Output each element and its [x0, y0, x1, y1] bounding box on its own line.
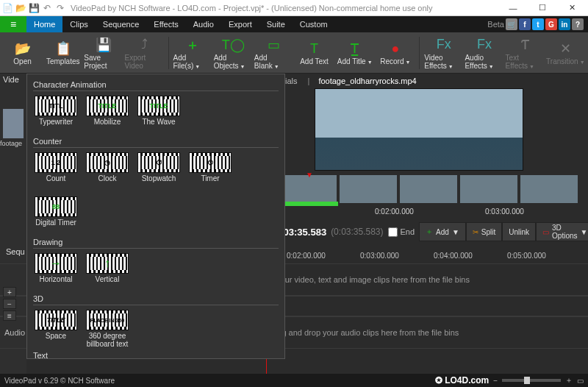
save-icon: 💾: [96, 36, 112, 54]
text-effects-button[interactable]: ƬText Effects▼: [506, 34, 545, 72]
playhead-marker-icon[interactable]: ▼: [306, 171, 313, 179]
qat-undo-icon[interactable]: ↶: [41, 2, 53, 14]
bin-file-thumbnail[interactable]: [3, 109, 24, 138]
qat-redo-icon[interactable]: ↷: [54, 2, 66, 14]
open-button[interactable]: 📂Open: [3, 34, 42, 72]
title-360-billboard[interactable]: PLACE IN 360360 degree billboard text: [85, 310, 130, 348]
bin-tab-video[interactable]: Vide: [3, 75, 19, 84]
zoom-in-button[interactable]: ＋: [565, 375, 573, 386]
add-files-icon: ＋: [186, 36, 199, 54]
tab-custom[interactable]: Custom: [293, 16, 335, 32]
record-icon: ●: [391, 40, 399, 57]
ribbon-toolbar: 📂Open 📋Templates 💾Save Project ⤴Export V…: [0, 32, 588, 74]
preview-add-button[interactable]: ＋Add▼: [419, 222, 466, 241]
title-typewriter[interactable]: TITLTypewriter: [33, 96, 79, 134]
trim-bar[interactable]: [279, 202, 338, 206]
status-bar: VideoPad v 6.29 © NCH Software ✪ LO4D.co…: [0, 374, 588, 387]
add-blank-button[interactable]: ▭Add Blank▼: [254, 34, 293, 72]
title-the-wave[interactable]: TITLEThe Wave: [136, 96, 182, 134]
preview-ruler[interactable]: 0:02:00.000 0:03:00.000: [279, 207, 582, 219]
tab-audio[interactable]: Audio: [186, 16, 221, 32]
preview-filename: footage_oldharryrocks.mp4: [318, 77, 416, 85]
templates-icon: 📋: [55, 40, 71, 57]
audio-effects-button[interactable]: FxAudio Effects▼: [465, 34, 503, 72]
video-fx-icon: Fx: [437, 36, 451, 54]
timecode-ghost: (0:03:35.583): [331, 227, 383, 237]
facebook-icon[interactable]: f: [519, 18, 531, 30]
add-objects-icon: T◯: [222, 36, 245, 54]
title-horizontal[interactable]: →Horizontal: [33, 253, 79, 291]
window-minimize-button[interactable]: —: [498, 0, 528, 16]
title-stopwatch[interactable]: ⏱Stopwatch: [136, 152, 182, 191]
preview-thumb[interactable]: [460, 175, 517, 203]
preview-panel: ials | footage_oldharryrocks.mp4 ▼ 0:02:…: [279, 74, 582, 249]
title-timer[interactable]: ⏲Timer: [187, 152, 233, 191]
preview-split-button[interactable]: ✂Split: [466, 222, 502, 241]
beta-label: Beta: [487, 20, 504, 29]
popup-section-char: Character Animation: [33, 80, 279, 89]
title-space[interactable]: TITLESpace: [33, 310, 79, 348]
video-effects-button[interactable]: FxVideo Effects▼: [424, 34, 463, 72]
tab-export[interactable]: Export: [221, 16, 259, 32]
title-clock[interactable]: ◷Clock: [85, 152, 130, 191]
lo4d-logo: ✪ LO4D.com: [435, 375, 489, 386]
popup-section-text: Text: [33, 351, 279, 359]
title-vertical[interactable]: ↑Vertical: [85, 253, 130, 291]
googleplus-icon[interactable]: G: [545, 18, 557, 30]
qat-open-icon[interactable]: 📂: [15, 2, 26, 14]
cart-icon[interactable]: 🛒: [506, 18, 517, 30]
window-close-button[interactable]: ✕: [557, 0, 587, 16]
status-version: VideoPad v 6.29 © NCH Software: [4, 377, 115, 385]
record-button[interactable]: ●Record▼: [376, 34, 415, 72]
tab-clips[interactable]: Clips: [62, 16, 95, 32]
save-project-button[interactable]: 💾Save Project: [84, 34, 123, 72]
popup-section-counter: Counter: [33, 137, 279, 146]
timeline-remove-track-button[interactable]: −: [3, 299, 16, 309]
preview-3d-button[interactable]: ▭3D Options▼: [536, 222, 588, 241]
add-text-button[interactable]: TAdd Text: [295, 34, 334, 72]
end-checkbox[interactable]: End: [388, 227, 415, 237]
timeline-add-track-button[interactable]: +: [3, 287, 16, 297]
linkedin-icon[interactable]: in: [559, 18, 570, 30]
add-files-button[interactable]: ＋Add File(s)▼: [173, 34, 212, 72]
tab-home[interactable]: Home: [26, 16, 62, 32]
add-title-button[interactable]: T̲Add Title▼: [335, 34, 374, 72]
preview-thumb[interactable]: [520, 175, 578, 203]
audio-fx-icon: Fx: [477, 36, 492, 54]
templates-button[interactable]: 📋Templates: [43, 34, 82, 72]
tab-suite[interactable]: Suite: [259, 16, 293, 32]
add-title-dropdown: Character Animation TITLTypewriter TITLE…: [26, 74, 285, 359]
preview-thumb[interactable]: [340, 175, 397, 203]
help-icon[interactable]: ?: [572, 18, 584, 30]
twitter-icon[interactable]: t: [532, 18, 544, 30]
view-mode-icon[interactable]: ▭: [577, 377, 584, 385]
add-text-icon: T: [310, 40, 318, 57]
preview-thumb[interactable]: [400, 175, 457, 203]
timeline-settings-button[interactable]: ≡: [3, 310, 16, 321]
app-menu-button[interactable]: ≡: [0, 16, 26, 32]
preview-unlink-button[interactable]: Unlink: [502, 222, 536, 241]
export-video-button[interactable]: ⤴Export Video: [124, 34, 163, 72]
window-titlebar: 📄 📂 💾 ↶ ↷ VideoPad by NCH Software - LO4…: [0, 0, 588, 16]
add-objects-button[interactable]: T◯Add Objects▼: [214, 34, 253, 72]
tab-sequence[interactable]: Sequence: [96, 16, 147, 32]
window-title: VideoPad by NCH Software - LO4D.com - Pr…: [71, 4, 498, 13]
open-icon: 📂: [15, 40, 31, 57]
transition-button[interactable]: ✕Transition▼: [546, 34, 585, 72]
title-mobilize[interactable]: TITLEMobilize: [85, 96, 130, 134]
export-icon: ⤴: [141, 36, 148, 54]
bin-file-label: footage: [0, 140, 22, 147]
add-title-icon: T̲: [351, 40, 359, 57]
preview-canvas[interactable]: [315, 88, 523, 171]
qat-new-icon[interactable]: 📄: [1, 2, 13, 14]
qat-save-icon[interactable]: 💾: [28, 2, 40, 14]
add-blank-icon: ▭: [268, 36, 280, 54]
window-maximize-button[interactable]: ☐: [528, 0, 557, 16]
title-digital-timer[interactable]: 88Digital Timer: [33, 196, 79, 235]
zoom-slider[interactable]: [502, 379, 561, 382]
zoom-out-button[interactable]: −: [493, 377, 498, 385]
transition-icon: ✕: [560, 40, 571, 57]
title-count[interactable]: 1 2Count: [33, 152, 79, 191]
preview-thumb[interactable]: [279, 175, 337, 203]
tab-effects[interactable]: Effects: [146, 16, 185, 32]
